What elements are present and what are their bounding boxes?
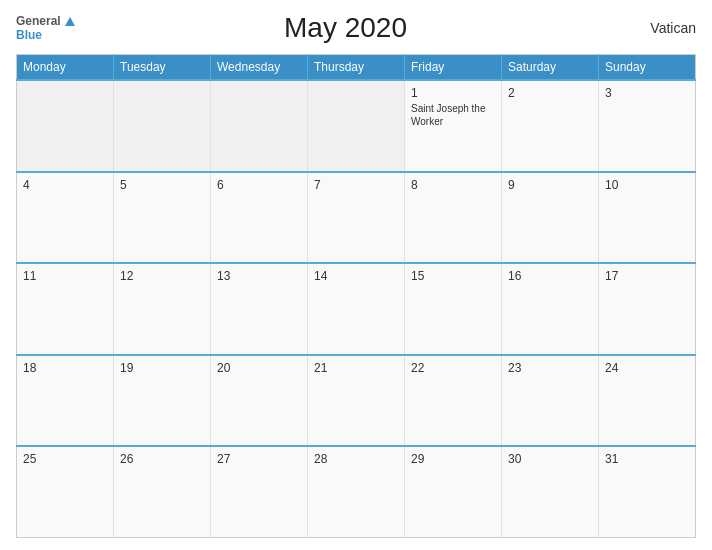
calendar-cell [308, 80, 405, 172]
calendar-cell: 9 [502, 172, 599, 264]
calendar-cell: 2 [502, 80, 599, 172]
calendar-cell: 30 [502, 446, 599, 538]
calendar-cell: 16 [502, 263, 599, 355]
calendar-cell [17, 80, 114, 172]
calendar-cell: 1Saint Joseph the Worker [405, 80, 502, 172]
calendar-cell: 5 [114, 172, 211, 264]
col-monday: Monday [17, 55, 114, 81]
country-label: Vatican [616, 20, 696, 36]
calendar-week-row: 1Saint Joseph the Worker23 [17, 80, 696, 172]
calendar-header: Monday Tuesday Wednesday Thursday Friday… [17, 55, 696, 81]
calendar-cell: 29 [405, 446, 502, 538]
calendar-week-row: 18192021222324 [17, 355, 696, 447]
day-number: 5 [120, 178, 204, 192]
calendar-cell: 3 [599, 80, 696, 172]
day-number: 4 [23, 178, 107, 192]
logo: General Blue [16, 14, 75, 43]
calendar-cell: 20 [211, 355, 308, 447]
day-number: 14 [314, 269, 398, 283]
day-number: 18 [23, 361, 107, 375]
calendar-cell: 10 [599, 172, 696, 264]
calendar-cell: 28 [308, 446, 405, 538]
calendar-cell: 17 [599, 263, 696, 355]
calendar-week-row: 45678910 [17, 172, 696, 264]
calendar-cell: 23 [502, 355, 599, 447]
col-wednesday: Wednesday [211, 55, 308, 81]
day-number: 15 [411, 269, 495, 283]
day-number: 3 [605, 86, 689, 100]
calendar-cell: 31 [599, 446, 696, 538]
col-sunday: Sunday [599, 55, 696, 81]
day-number: 2 [508, 86, 592, 100]
calendar-cell: 13 [211, 263, 308, 355]
day-number: 22 [411, 361, 495, 375]
days-of-week-row: Monday Tuesday Wednesday Thursday Friday… [17, 55, 696, 81]
day-number: 16 [508, 269, 592, 283]
day-number: 12 [120, 269, 204, 283]
calendar-table: Monday Tuesday Wednesday Thursday Friday… [16, 54, 696, 538]
day-number: 13 [217, 269, 301, 283]
day-number: 1 [411, 86, 495, 100]
col-saturday: Saturday [502, 55, 599, 81]
calendar-cell: 12 [114, 263, 211, 355]
calendar-cell [211, 80, 308, 172]
day-number: 6 [217, 178, 301, 192]
calendar-cell: 21 [308, 355, 405, 447]
calendar-week-row: 11121314151617 [17, 263, 696, 355]
day-number: 19 [120, 361, 204, 375]
day-number: 24 [605, 361, 689, 375]
event-label: Saint Joseph the Worker [411, 102, 495, 128]
day-number: 25 [23, 452, 107, 466]
calendar-body: 1Saint Joseph the Worker2345678910111213… [17, 80, 696, 538]
calendar-cell: 14 [308, 263, 405, 355]
calendar-cell [114, 80, 211, 172]
month-title: May 2020 [75, 12, 616, 44]
day-number: 8 [411, 178, 495, 192]
calendar-cell: 25 [17, 446, 114, 538]
calendar-cell: 8 [405, 172, 502, 264]
calendar-cell: 22 [405, 355, 502, 447]
calendar-cell: 18 [17, 355, 114, 447]
day-number: 10 [605, 178, 689, 192]
col-friday: Friday [405, 55, 502, 81]
day-number: 11 [23, 269, 107, 283]
day-number: 28 [314, 452, 398, 466]
calendar-cell: 19 [114, 355, 211, 447]
calendar-cell: 4 [17, 172, 114, 264]
calendar-cell: 27 [211, 446, 308, 538]
day-number: 9 [508, 178, 592, 192]
day-number: 21 [314, 361, 398, 375]
day-number: 31 [605, 452, 689, 466]
day-number: 27 [217, 452, 301, 466]
day-number: 20 [217, 361, 301, 375]
logo-blue: Blue [16, 28, 75, 42]
day-number: 29 [411, 452, 495, 466]
col-tuesday: Tuesday [114, 55, 211, 81]
calendar-cell: 7 [308, 172, 405, 264]
day-number: 7 [314, 178, 398, 192]
page: General Blue May 2020 Vatican Monday Tue… [0, 0, 712, 550]
calendar-cell: 11 [17, 263, 114, 355]
calendar-cell: 6 [211, 172, 308, 264]
day-number: 26 [120, 452, 204, 466]
day-number: 30 [508, 452, 592, 466]
day-number: 17 [605, 269, 689, 283]
day-number: 23 [508, 361, 592, 375]
calendar-cell: 26 [114, 446, 211, 538]
calendar-cell: 15 [405, 263, 502, 355]
logo-general: General [16, 14, 75, 28]
col-thursday: Thursday [308, 55, 405, 81]
calendar-week-row: 25262728293031 [17, 446, 696, 538]
header: General Blue May 2020 Vatican [16, 12, 696, 44]
calendar-cell: 24 [599, 355, 696, 447]
